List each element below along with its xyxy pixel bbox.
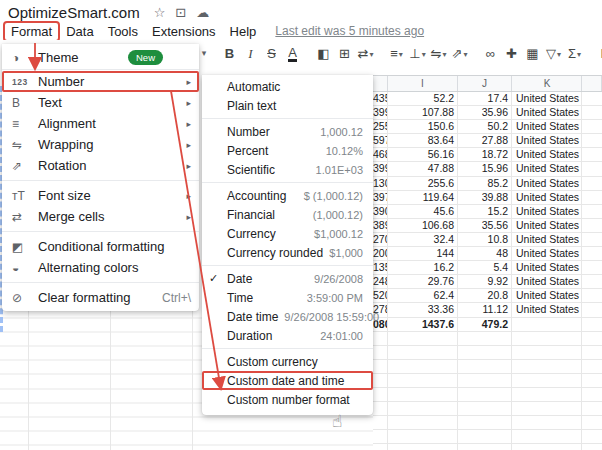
sheet-cell[interactable] bbox=[458, 346, 512, 359]
insert-link-icon[interactable]: ∞ bbox=[480, 40, 501, 67]
sheet-cell[interactable]: 45.6 bbox=[388, 205, 458, 218]
sheet-cell[interactable]: 397 bbox=[373, 191, 388, 204]
sheet-cell[interactable] bbox=[582, 416, 602, 429]
format-menu-item-conditional-formatting[interactable]: ◩Conditional formatting bbox=[2, 236, 199, 257]
merge-cells-icon[interactable]: ⇄▾ bbox=[355, 40, 376, 68]
text-color-icon[interactable]: A bbox=[282, 45, 303, 62]
sheet-cell[interactable] bbox=[373, 360, 388, 373]
sheet-cell[interactable] bbox=[582, 134, 602, 147]
sheet-cell[interactable]: United States bbox=[512, 162, 582, 175]
sheet-cell[interactable] bbox=[582, 402, 602, 415]
sheet-cell[interactable] bbox=[512, 374, 582, 387]
sheet-cell[interactable] bbox=[373, 402, 388, 415]
sheet-cell[interactable]: 18.72 bbox=[458, 148, 512, 161]
sheet-cell[interactable] bbox=[458, 416, 512, 429]
sheet-cell[interactable] bbox=[512, 332, 582, 345]
column-header-K[interactable]: K bbox=[512, 76, 582, 91]
sheet-cell[interactable] bbox=[458, 374, 512, 387]
sheet-cell[interactable]: 150.6 bbox=[388, 120, 458, 133]
sheet-cell[interactable]: 255 bbox=[373, 120, 388, 133]
number-menu-item-accounting[interactable]: Accounting$ (1,000.12) bbox=[202, 186, 373, 205]
sheet-cell[interactable]: United States bbox=[512, 289, 582, 302]
italic-icon[interactable]: I bbox=[240, 40, 261, 67]
sheet-cell[interactable] bbox=[373, 416, 388, 429]
sheet-cell[interactable]: 48 bbox=[458, 247, 512, 260]
document-title[interactable]: OptimizeSmart.com bbox=[8, 4, 140, 21]
sheet-cell[interactable] bbox=[388, 346, 458, 359]
text-wrap-icon[interactable]: ⇋▾ bbox=[428, 40, 449, 68]
sheet-cell[interactable] bbox=[388, 430, 458, 443]
menu-tools[interactable]: Tools bbox=[101, 22, 145, 41]
menu-help[interactable]: Help bbox=[223, 22, 264, 41]
sheet-cell[interactable]: United States bbox=[512, 148, 582, 161]
sheet-cell[interactable]: 16.2 bbox=[388, 261, 458, 274]
sheet-cell[interactable]: 11.12 bbox=[458, 303, 512, 316]
sheet-cell[interactable]: United States bbox=[512, 177, 582, 190]
sheet-cell[interactable] bbox=[388, 416, 458, 429]
format-menu-item-alternating-colors[interactable]: ◒Alternating colors bbox=[2, 257, 199, 278]
sheet-cell[interactable]: United States bbox=[512, 205, 582, 218]
borders-icon[interactable]: ⊞ bbox=[334, 40, 355, 67]
format-menu-item-clear-formatting[interactable]: ⊘Clear formattingCtrl+\ bbox=[2, 287, 199, 308]
sheet-cell[interactable]: 107.88 bbox=[388, 106, 458, 119]
bold-icon[interactable]: B bbox=[219, 40, 240, 67]
strikethrough-icon[interactable]: S bbox=[261, 40, 282, 67]
insert-comment-icon[interactable]: ✚ bbox=[501, 40, 522, 67]
sheet-cell[interactable] bbox=[388, 444, 458, 450]
sheet-cell[interactable] bbox=[582, 275, 602, 288]
sheet-cell[interactable] bbox=[512, 388, 582, 401]
number-menu-item-percent[interactable]: Percent10.12% bbox=[202, 141, 373, 160]
sheet-cell[interactable] bbox=[388, 374, 458, 387]
format-menu-item-theme[interactable]: ◑ThemeNew bbox=[2, 47, 199, 68]
number-menu-item-automatic[interactable]: Automatic bbox=[202, 77, 373, 96]
sheet-cell[interactable] bbox=[373, 332, 388, 345]
sheet-cell[interactable] bbox=[512, 360, 582, 373]
format-menu-item-font-size[interactable]: тTFont size▸ bbox=[2, 185, 199, 206]
sheet-cell[interactable]: 399 bbox=[373, 162, 388, 175]
sheet-cell[interactable]: 83.64 bbox=[388, 134, 458, 147]
sheet-cell[interactable] bbox=[458, 430, 512, 443]
sheet-cell[interactable]: United States bbox=[512, 219, 582, 232]
sheet-cell[interactable] bbox=[582, 360, 602, 373]
create-filter-icon[interactable]: ▽▾ bbox=[543, 40, 564, 68]
sheet-cell[interactable]: 119.64 bbox=[388, 191, 458, 204]
sheet-cell[interactable] bbox=[512, 346, 582, 359]
sheet-cell[interactable] bbox=[582, 247, 602, 260]
sheet-cell[interactable]: United States bbox=[512, 275, 582, 288]
vertical-align-icon[interactable]: ⊥▾ bbox=[407, 40, 428, 68]
sheet-cell[interactable]: 9.92 bbox=[458, 275, 512, 288]
sheet-cell[interactable] bbox=[582, 303, 602, 316]
functions-icon[interactable]: Σ▾ bbox=[564, 40, 585, 68]
number-menu-item-date-time[interactable]: Date time9/26/2008 15:59:00 bbox=[202, 307, 373, 326]
sheet-cell[interactable] bbox=[582, 444, 602, 450]
column-header-l[interactable] bbox=[582, 76, 602, 91]
sheet-cell[interactable]: 29.76 bbox=[388, 275, 458, 288]
sheet-cell[interactable] bbox=[458, 388, 512, 401]
menu-data[interactable]: Data bbox=[59, 22, 100, 41]
sheet-cell[interactable]: 479.2 bbox=[458, 318, 512, 331]
sheet-cell[interactable]: 106.68 bbox=[388, 219, 458, 232]
sheet-cell[interactable]: 1437.6 bbox=[388, 318, 458, 331]
sheet-cell[interactable]: 15.2 bbox=[458, 205, 512, 218]
sheet-cell[interactable]: United States bbox=[512, 247, 582, 260]
sheet-cell[interactable] bbox=[582, 106, 602, 119]
sheet-cell[interactable] bbox=[582, 289, 602, 302]
sheet-cell[interactable] bbox=[458, 360, 512, 373]
sheet-cell[interactable] bbox=[582, 233, 602, 246]
sheet-cell[interactable] bbox=[388, 332, 458, 345]
sheet-cell[interactable] bbox=[373, 346, 388, 359]
number-menu-item-custom-number-format[interactable]: Custom number format bbox=[202, 390, 373, 409]
last-edit-link[interactable]: Last edit was 5 minutes ago bbox=[275, 24, 424, 38]
sheet-cell[interactable]: 35.56 bbox=[458, 219, 512, 232]
sheet-cell[interactable]: 10.8 bbox=[458, 233, 512, 246]
sheet-cell[interactable]: United States bbox=[512, 303, 582, 316]
sheet-cell[interactable] bbox=[388, 388, 458, 401]
sheet-cell[interactable]: 47.88 bbox=[388, 162, 458, 175]
number-menu-item-number[interactable]: Number1,000.12 bbox=[202, 122, 373, 141]
sheet-cell[interactable] bbox=[388, 402, 458, 415]
sheet-cell[interactable]: 390 bbox=[373, 205, 388, 218]
horizontal-align-icon[interactable]: ≡▾ bbox=[386, 40, 407, 68]
sheet-cell[interactable] bbox=[388, 360, 458, 373]
number-menu-item-time[interactable]: Time3:59:00 PM bbox=[202, 288, 373, 307]
sheet-cell[interactable]: 135 bbox=[373, 261, 388, 274]
